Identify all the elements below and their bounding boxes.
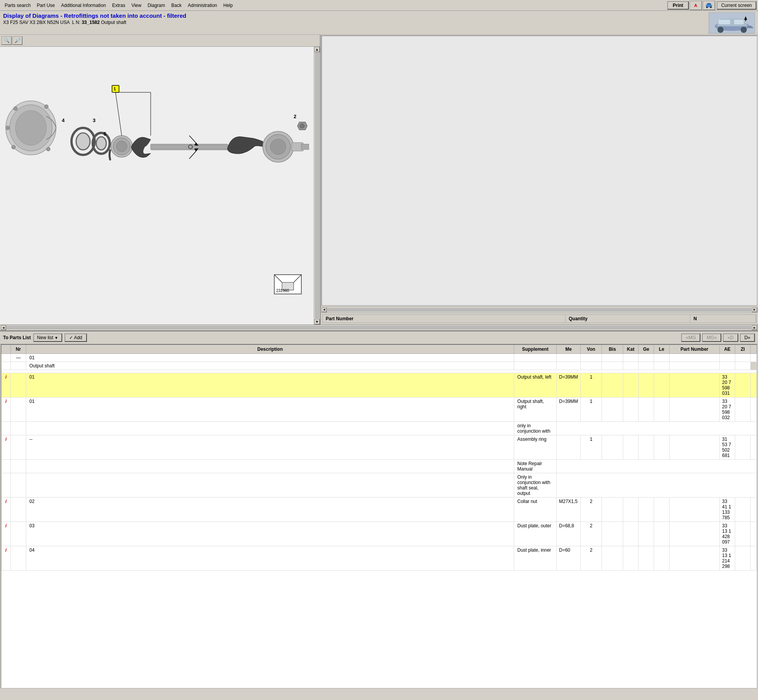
print-button[interactable]: Print <box>667 1 688 10</box>
row-kat-cell <box>639 398 654 422</box>
row-supp-cell <box>556 435 580 460</box>
page-title: Display of Diagrams - Retrofittings not … <box>3 12 705 19</box>
mid-scroll-right[interactable]: ► <box>752 325 757 330</box>
header-area: Display of Diagrams - Retrofittings not … <box>0 11 758 35</box>
table-row[interactable]: i 03 Dust plate, outer D=68,8 2 33 13 1 … <box>2 522 757 546</box>
table-row[interactable]: i -- Assembly ring 1 31 53 7 502 681 <box>2 435 757 460</box>
row-desc-cell: Output shaft <box>26 362 514 370</box>
th-ae: AE <box>720 345 735 354</box>
svg-point-20 <box>6 126 10 130</box>
part-label-1: 1 <box>114 87 116 91</box>
zoom-out-button[interactable]: 🔎 <box>12 36 22 45</box>
row-scroll-cell <box>751 362 757 370</box>
table-row[interactable]: i 01 Output shaft, right D=39MM 1 33 20 … <box>2 398 757 422</box>
svg-point-42 <box>300 124 304 128</box>
zoom-in-button[interactable]: 🔍 <box>2 36 12 45</box>
nav-mg-back-button[interactable]: «MG <box>681 333 700 342</box>
svg-rect-9 <box>719 20 730 24</box>
row-von-cell <box>602 522 623 546</box>
row-kat-cell <box>639 546 654 571</box>
nav-d-forward-button[interactable]: D» <box>740 333 755 342</box>
svg-point-24 <box>96 137 106 150</box>
svg-rect-12 <box>0 47 309 298</box>
row-bis-cell <box>623 398 639 422</box>
part-label-3: 3 <box>93 117 95 123</box>
svg-rect-10 <box>734 20 744 24</box>
row-partnum-cell: 33 13 1 428 097 <box>720 522 735 546</box>
row-ge-cell <box>654 546 670 571</box>
menu-part-use[interactable]: Part Use <box>34 2 58 9</box>
right-hscrollbar[interactable]: ◄ ► <box>321 306 758 313</box>
row-ae-cell <box>720 354 735 362</box>
row-nr-cell <box>11 422 26 435</box>
row-ae-cell <box>735 435 751 460</box>
parts-table-container[interactable]: Nr Description Supplement Me Von Bis Kat… <box>1 344 757 688</box>
hscroll-right[interactable]: ► <box>752 308 757 312</box>
row-nr2-cell <box>26 460 514 473</box>
svg-point-19 <box>12 145 15 149</box>
row-zi-cell <box>751 435 757 460</box>
row-ae-cell <box>735 373 751 398</box>
svg-point-16 <box>14 107 17 110</box>
row-nr-cell <box>11 398 26 422</box>
row-kat-cell <box>639 522 654 546</box>
new-list-button[interactable]: New list ▼ <box>33 333 62 342</box>
icon-btn-2[interactable] <box>703 1 715 10</box>
table-row[interactable]: i 02 Collar nut M27X1,5 2 33 41 1 133 78… <box>2 498 757 522</box>
car-thumbnail-svg <box>709 13 755 34</box>
row-supp-cell <box>514 362 556 370</box>
row-me-cell: 2 <box>581 522 602 546</box>
menu-extras[interactable]: Extras <box>109 2 128 9</box>
icon-btn-1[interactable]: A <box>690 1 702 10</box>
row-desc-cell: Dust plate, outer <box>514 522 556 546</box>
row-ae-cell <box>720 362 735 370</box>
menu-administration[interactable]: Administration <box>185 2 220 9</box>
scroll-up-button[interactable]: ▲ <box>314 47 320 52</box>
row-supp-cell: D=60 <box>556 546 580 571</box>
menu-view[interactable]: View <box>128 2 144 9</box>
row-partnum-cell: 33 41 1 133 785 <box>720 498 735 522</box>
th-scrollpad <box>751 345 757 354</box>
row-nr-cell <box>11 546 26 571</box>
svg-point-7 <box>717 27 724 33</box>
menu-parts-search[interactable]: Parts search <box>2 2 34 9</box>
mid-scroll-left[interactable]: ◄ <box>1 325 6 330</box>
row-zi-cell <box>751 373 757 398</box>
row-kat-cell <box>639 373 654 398</box>
row-supp-cell: D=39MM <box>556 373 580 398</box>
nav-d-back-button[interactable]: «D <box>723 333 738 342</box>
scroll-down-button[interactable]: ▼ <box>314 319 320 325</box>
row-nr2-cell: -- <box>26 435 514 460</box>
table-row[interactable]: i 01 Output shaft, left D=39MM 1 33 20 7… <box>2 373 757 398</box>
row-bis-cell <box>623 546 639 571</box>
scroll-track <box>315 53 319 318</box>
diagram-vscrollbar[interactable]: ▲ ▼ <box>314 47 320 325</box>
parts-table: Nr Description Supplement Me Von Bis Kat… <box>1 345 757 571</box>
new-list-label: New list <box>37 335 53 340</box>
svg-point-17 <box>44 105 48 109</box>
menu-additional-info[interactable]: Additional Information <box>58 2 109 9</box>
svg-point-38 <box>270 139 286 155</box>
row-von-cell <box>602 435 623 460</box>
row-desc-cell: Note Repair Manual <box>514 460 556 473</box>
row-desc-cell: Collar nut <box>514 498 556 522</box>
hscroll-left[interactable]: ◄ <box>321 308 327 312</box>
current-screen-button[interactable]: Current screen <box>717 1 756 10</box>
th-nr: Nr <box>11 345 26 354</box>
add-button[interactable]: ✓ Add <box>65 333 87 342</box>
menu-diagram[interactable]: Diagram <box>144 2 168 9</box>
diagram-canvas[interactable]: 4 3 5 <box>0 47 320 325</box>
row-bis-cell <box>623 373 639 398</box>
middle-scrollbar[interactable]: ◄ ► <box>0 325 758 331</box>
row-desc-2-cell: Output shaft, left <box>514 373 556 398</box>
row-supp-cell: M27X1,5 <box>556 498 580 522</box>
row-le-cell <box>670 546 720 571</box>
car-icon <box>705 2 713 8</box>
diagram-panel: 🔍 🔎 <box>0 35 321 325</box>
menu-help[interactable]: Help <box>220 2 236 9</box>
svg-point-18 <box>46 147 50 151</box>
row-ge-cell <box>654 398 670 422</box>
menu-back[interactable]: Back <box>168 2 185 9</box>
table-row[interactable]: i 04 Dust plate, inner D=60 2 33 13 1 21… <box>2 546 757 571</box>
nav-mg-forward-button[interactable]: MG» <box>702 333 721 342</box>
